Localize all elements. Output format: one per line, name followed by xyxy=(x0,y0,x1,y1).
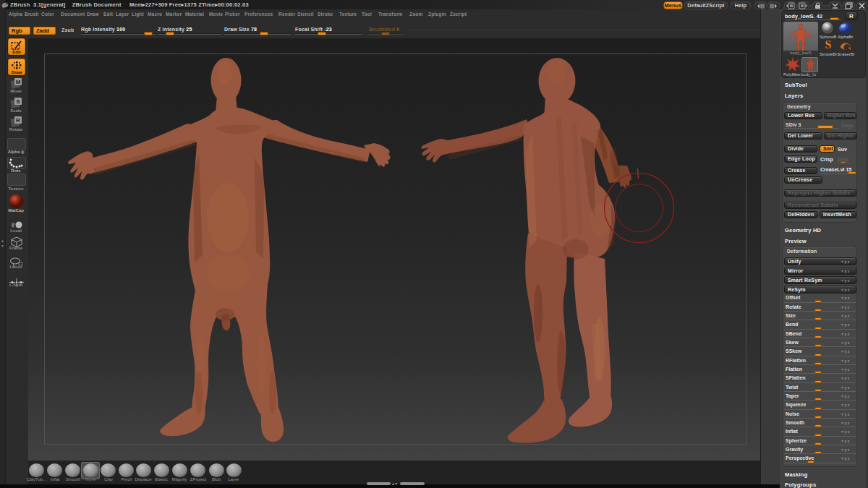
svg-text:S: S xyxy=(825,38,832,51)
svg-text:R: R xyxy=(16,117,20,124)
svg-text:M: M xyxy=(16,79,21,85)
svg-text:S: S xyxy=(16,98,20,105)
